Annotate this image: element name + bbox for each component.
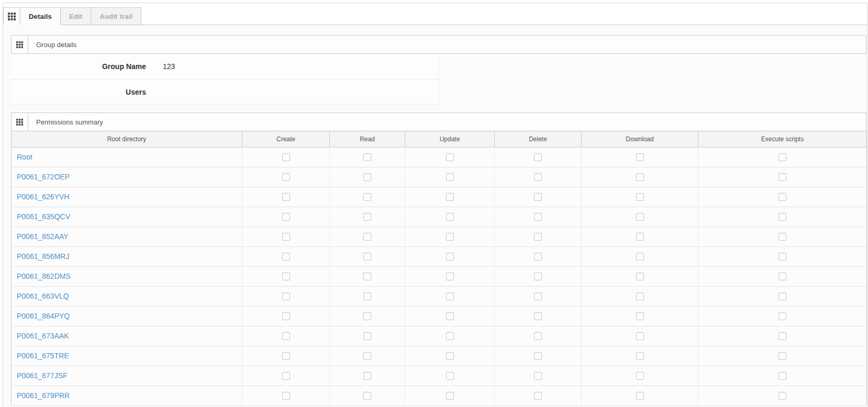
permission-checkbox-execute-scripts-p0061-635qcv[interactable] (778, 213, 786, 221)
permission-checkbox-update-p0061-677jsf[interactable] (446, 372, 454, 380)
directory-link-p0061-672oep[interactable]: P0061_672OEP (17, 173, 70, 181)
grid-menu-button[interactable] (3, 7, 20, 25)
permission-checkbox-create-p0061-663vlq[interactable] (282, 292, 290, 300)
permission-checkbox-update-p0061-652aay[interactable] (446, 233, 454, 241)
permission-checkbox-download-p0061-862dms[interactable] (636, 273, 644, 280)
permissions-summary-grid-button[interactable] (12, 113, 28, 131)
permission-checkbox-create-p0061-856mrj[interactable] (282, 253, 290, 261)
permission-checkbox-execute-scripts-p0061-677jsf[interactable] (778, 372, 786, 380)
permission-checkbox-execute-scripts-p0061-672oep[interactable] (778, 173, 786, 181)
permission-checkbox-read-p0061-679prr[interactable] (363, 392, 371, 400)
permission-checkbox-update-p0061-856mrj[interactable] (446, 253, 454, 261)
group-details-grid-button[interactable] (12, 36, 28, 53)
directory-link-p0061-679prr[interactable]: P0061_679PRR (17, 391, 70, 400)
permission-checkbox-execute-scripts-p0061-652aay[interactable] (778, 233, 786, 241)
permission-checkbox-create-p0061-652aay[interactable] (282, 233, 290, 241)
permission-checkbox-delete-p0061-626yvh[interactable] (534, 193, 542, 201)
permission-checkbox-create-p0061-864pyq[interactable] (282, 312, 290, 320)
directory-link-p0061-673aak[interactable]: P0061_673AAK (17, 332, 69, 340)
permission-checkbox-download-p0061-677jsf[interactable] (636, 372, 644, 380)
directory-link-p0061-626yvh[interactable]: P0061_626YVH (17, 193, 69, 201)
permission-checkbox-update-p0061-864pyq[interactable] (446, 312, 454, 320)
table-row: P0061_652AAY (12, 227, 867, 246)
permission-checkbox-delete-p0061-679prr[interactable] (534, 392, 542, 400)
permission-checkbox-update-p0061-635qcv[interactable] (446, 213, 454, 221)
directory-link-p0061-677jsf[interactable]: P0061_677JSF (17, 371, 68, 380)
permission-checkbox-download-p0061-679prr[interactable] (636, 392, 644, 400)
permission-checkbox-execute-scripts-root[interactable] (778, 153, 786, 161)
permission-checkbox-execute-scripts-p0061-663vlq[interactable] (778, 292, 786, 300)
permission-checkbox-update-root[interactable] (446, 153, 454, 161)
permission-checkbox-read-root[interactable] (363, 153, 371, 161)
directory-link-root[interactable]: Root (17, 153, 32, 161)
permission-checkbox-update-p0061-626yvh[interactable] (446, 193, 454, 201)
permission-checkbox-read-p0061-672oep[interactable] (363, 173, 371, 181)
permission-checkbox-execute-scripts-p0061-675tre[interactable] (778, 352, 786, 360)
permission-checkbox-create-p0061-673aak[interactable] (282, 332, 290, 340)
permission-checkbox-read-p0061-673aak[interactable] (363, 332, 371, 340)
permission-checkbox-create-p0061-626yvh[interactable] (282, 193, 290, 201)
permission-checkbox-download-p0061-672oep[interactable] (636, 173, 644, 181)
permission-checkbox-read-p0061-675tre[interactable] (363, 352, 371, 360)
permission-checkbox-delete-p0061-677jsf[interactable] (534, 372, 542, 380)
tab-audit-trail[interactable]: Audit trail (91, 7, 141, 25)
permission-checkbox-create-p0061-635qcv[interactable] (282, 213, 290, 221)
directory-link-p0061-652aay[interactable]: P0061_652AAY (17, 232, 69, 241)
permission-checkbox-update-p0061-675tre[interactable] (446, 352, 454, 360)
permission-checkbox-delete-root[interactable] (534, 153, 542, 161)
permission-checkbox-read-p0061-856mrj[interactable] (363, 253, 371, 261)
permission-checkbox-delete-p0061-862dms[interactable] (534, 273, 542, 280)
permission-checkbox-download-p0061-663vlq[interactable] (636, 292, 644, 300)
permission-checkbox-execute-scripts-p0061-864pyq[interactable] (778, 312, 786, 320)
permission-checkbox-download-p0061-856mrj[interactable] (636, 253, 644, 261)
permission-checkbox-download-root[interactable] (636, 153, 644, 161)
permission-checkbox-read-p0061-626yvh[interactable] (363, 193, 371, 201)
permission-checkbox-create-p0061-672oep[interactable] (282, 173, 290, 181)
permission-checkbox-read-p0061-663vlq[interactable] (363, 292, 371, 300)
permission-checkbox-execute-scripts-p0061-856mrj[interactable] (778, 253, 786, 261)
permission-checkbox-download-p0061-864pyq[interactable] (636, 312, 644, 320)
permission-checkbox-update-p0061-672oep[interactable] (446, 173, 454, 181)
permission-checkbox-update-p0061-663vlq[interactable] (446, 292, 454, 300)
permission-checkbox-delete-p0061-673aak[interactable] (534, 332, 542, 340)
tab-edit[interactable]: Edit (61, 7, 91, 25)
permission-checkbox-download-p0061-626yvh[interactable] (636, 193, 644, 201)
permission-checkbox-read-p0061-652aay[interactable] (363, 233, 371, 241)
permission-checkbox-delete-p0061-635qcv[interactable] (534, 213, 542, 221)
permission-checkbox-create-p0061-862dms[interactable] (282, 273, 290, 280)
permission-checkbox-execute-scripts-p0061-862dms[interactable] (778, 273, 786, 280)
permission-checkbox-download-p0061-652aay[interactable] (636, 233, 644, 241)
permission-checkbox-delete-p0061-672oep[interactable] (534, 173, 542, 181)
directory-link-p0061-862dms[interactable]: P0061_862DMS (17, 272, 71, 280)
permission-checkbox-create-p0061-675tre[interactable] (282, 352, 290, 360)
permission-checkbox-execute-scripts-p0061-673aak[interactable] (778, 332, 786, 340)
permission-checkbox-read-p0061-864pyq[interactable] (363, 312, 371, 320)
checkbox-cell (698, 326, 867, 346)
permission-checkbox-read-p0061-635qcv[interactable] (363, 213, 371, 221)
permission-checkbox-update-p0061-679prr[interactable] (446, 392, 454, 400)
permission-checkbox-update-p0061-862dms[interactable] (446, 273, 454, 280)
permission-checkbox-download-p0061-675tre[interactable] (636, 352, 644, 360)
directory-link-p0061-635qcv[interactable]: P0061_635QCV (17, 212, 70, 221)
checkbox-cell (582, 386, 698, 405)
permission-checkbox-delete-p0061-652aay[interactable] (534, 233, 542, 241)
directory-link-p0061-663vlq[interactable]: P0061_663VLQ (17, 292, 69, 300)
directory-link-p0061-675tre[interactable]: P0061_675TRE (17, 352, 69, 360)
permission-checkbox-delete-p0061-856mrj[interactable] (534, 253, 542, 261)
permission-checkbox-read-p0061-677jsf[interactable] (363, 372, 371, 380)
permission-checkbox-delete-p0061-663vlq[interactable] (534, 292, 542, 300)
permission-checkbox-update-p0061-673aak[interactable] (446, 332, 454, 340)
permission-checkbox-create-p0061-679prr[interactable] (282, 392, 290, 400)
permission-checkbox-execute-scripts-p0061-679prr[interactable] (778, 392, 786, 400)
permission-checkbox-delete-p0061-675tre[interactable] (534, 352, 542, 360)
permission-checkbox-download-p0061-635qcv[interactable] (636, 213, 644, 221)
permission-checkbox-delete-p0061-864pyq[interactable] (534, 312, 542, 320)
permission-checkbox-create-root[interactable] (282, 153, 290, 161)
tab-details[interactable]: Details (20, 7, 61, 25)
permission-checkbox-execute-scripts-p0061-626yvh[interactable] (778, 193, 786, 201)
directory-link-p0061-864pyq[interactable]: P0061_864PYQ (17, 312, 70, 320)
permission-checkbox-read-p0061-862dms[interactable] (363, 273, 371, 280)
directory-link-p0061-856mrj[interactable]: P0061_856MRJ (17, 252, 69, 261)
permission-checkbox-create-p0061-677jsf[interactable] (282, 372, 290, 380)
permission-checkbox-download-p0061-673aak[interactable] (636, 332, 644, 340)
